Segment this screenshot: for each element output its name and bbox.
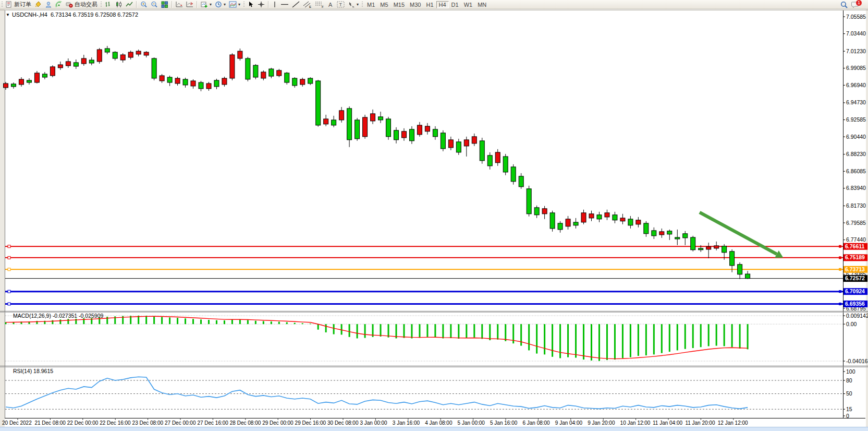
chart-area[interactable]: 7.055857.034407.012306.990856.969406.947… — [0, 0, 868, 431]
chart-shift-button[interactable] — [185, 1, 195, 8]
paint-bucket-icon — [34, 1, 42, 8]
hline-handle-right[interactable] — [839, 303, 841, 305]
time-axis-label: 29 Dec 00:00 — [262, 420, 294, 426]
main-toolbar: 新订单 自动交易 — [0, 0, 868, 9]
horizontal-line-button[interactable] — [279, 1, 290, 8]
toolbar-grip[interactable] — [243, 2, 245, 8]
period-button[interactable]: ▾ — [213, 1, 227, 8]
collapse-triangle-icon[interactable]: ▼ — [6, 13, 10, 17]
cursor-icon — [248, 1, 254, 8]
autotrade-button[interactable]: 自动交易 — [64, 1, 99, 8]
line-chart-button[interactable] — [124, 1, 135, 8]
line-chart-icon — [126, 1, 133, 8]
equidistant-channel-button[interactable]: E — [301, 1, 313, 8]
time-axis-label: 9 Jan 20:00 — [588, 420, 615, 426]
candlestick-button[interactable] — [114, 1, 124, 8]
dropdown-caret-icon: ▾ — [224, 3, 226, 7]
profile-button[interactable] — [43, 1, 54, 8]
hline-handle-right[interactable] — [839, 256, 841, 259]
time-axis-label: 3 Jan 00:00 — [360, 420, 387, 426]
crosshair-button[interactable] — [256, 1, 266, 8]
timeframe-m1[interactable]: M1 — [364, 1, 377, 8]
time-axis-label: 6 Jan 08:00 — [522, 420, 550, 426]
autoscroll-icon — [176, 1, 183, 8]
bar-chart-button[interactable] — [103, 1, 114, 8]
timeframe-w1[interactable]: W1 — [461, 1, 475, 8]
hline-handle-left[interactable] — [8, 268, 10, 271]
hline-handle-left[interactable] — [8, 303, 10, 305]
new-order-icon — [6, 1, 13, 8]
hline-handle-right[interactable] — [839, 245, 841, 248]
timeframe-m5[interactable]: M5 — [377, 1, 390, 8]
hline-handle-left[interactable] — [8, 290, 10, 293]
new-order-button[interactable]: 新订单 — [4, 1, 33, 8]
time-axis-label: 22 Dec 16:00 — [100, 420, 131, 426]
price-axis-tick: 6.90440 — [846, 134, 866, 140]
macd-axis-tick: 0.00 — [846, 321, 857, 327]
vertical-line-icon — [272, 1, 277, 8]
signals-button[interactable] — [54, 1, 64, 8]
svg-text:6.69356: 6.69356 — [845, 301, 865, 307]
time-axis-label: 30 Dec 08:00 — [327, 420, 359, 426]
price-axis-tick: 6.96940 — [846, 82, 866, 88]
timeframe-d1[interactable]: D1 — [449, 1, 461, 8]
arrows-button[interactable]: ▾ — [346, 1, 360, 8]
time-axis-label: 23 Dec 08:00 — [132, 420, 164, 426]
tile-windows-icon — [161, 1, 168, 8]
hline-handle-left[interactable] — [8, 256, 10, 259]
search-icon[interactable] — [840, 1, 848, 8]
toolbar-grip[interactable] — [100, 2, 102, 8]
text-label-icon: T — [337, 1, 345, 8]
timeframe-h1[interactable]: H1 — [423, 1, 436, 8]
chart-background — [0, 9, 868, 427]
horizontal-line-icon — [280, 1, 289, 8]
add-indicator-button[interactable]: ▾ — [199, 1, 213, 8]
zoom-out-button[interactable] — [149, 1, 160, 8]
autoscroll-button[interactable] — [174, 1, 185, 8]
text-icon: A — [327, 1, 334, 8]
price-badge-6.69356: 6.69356 — [843, 301, 867, 307]
timeframe-mn[interactable]: MN — [475, 1, 489, 8]
svg-text:6.72572: 6.72572 — [845, 275, 865, 281]
template-button[interactable]: ▾ — [227, 1, 242, 8]
vertical-line-button[interactable] — [271, 1, 279, 8]
signals-icon — [55, 1, 63, 8]
svg-text:A: A — [328, 2, 333, 8]
macd-label: MACD(12,26,9) -0.027351 -0.025909 — [13, 313, 103, 319]
fibonacci-button[interactable]: F — [313, 1, 326, 8]
time-axis-label: 29 Dec 16:00 — [295, 420, 326, 426]
toolbar-separator — [197, 1, 198, 8]
styles-button[interactable] — [33, 1, 43, 8]
notification-count-badge: 1 — [856, 0, 862, 6]
zoom-in-button[interactable] — [139, 1, 149, 8]
notifications-button[interactable]: 1 — [851, 1, 865, 8]
time-axis-label: 28 Dec 08:00 — [230, 420, 261, 426]
chart-title[interactable]: ▼USDCNH-,H4 6.73134 6.73519 6.72508 6.72… — [6, 11, 138, 18]
timeframe-m30[interactable]: M30 — [407, 1, 423, 8]
tile-windows-button[interactable] — [160, 1, 170, 8]
profile-icon — [45, 1, 52, 8]
rsi-axis-tick: 50 — [846, 390, 852, 397]
hline-handle-left[interactable] — [8, 245, 10, 248]
time-axis-label: 11 Jan 04:00 — [653, 420, 683, 426]
time-axis-label: 5 Jan 00:00 — [458, 420, 485, 426]
text-button[interactable]: A — [326, 1, 335, 8]
macd-values: -0.027351 -0.025909 — [53, 313, 104, 319]
cursor-button[interactable] — [246, 1, 256, 8]
price-axis-tick: 6.86085 — [846, 168, 866, 174]
template-icon — [229, 1, 237, 8]
price-axis-tick: 6.99085 — [846, 65, 866, 71]
autotrade-label: 自动交易 — [75, 1, 97, 8]
rsi-axis-tick: 15 — [846, 406, 852, 412]
price-axis-tick: 7.03440 — [846, 30, 866, 37]
toolbar-grip[interactable] — [1, 2, 3, 8]
text-label-button[interactable]: T — [335, 1, 346, 8]
hline-handle-right[interactable] — [839, 268, 841, 271]
timeframe-m15[interactable]: M15 — [391, 1, 407, 8]
trendline-button[interactable] — [290, 1, 301, 8]
toolbar-grip[interactable] — [361, 2, 363, 8]
hline-handle-right[interactable] — [839, 290, 841, 293]
svg-text:6.73713: 6.73713 — [845, 266, 865, 272]
svg-text:6.70924: 6.70924 — [845, 288, 865, 294]
timeframe-h4[interactable]: H4 — [436, 1, 449, 8]
